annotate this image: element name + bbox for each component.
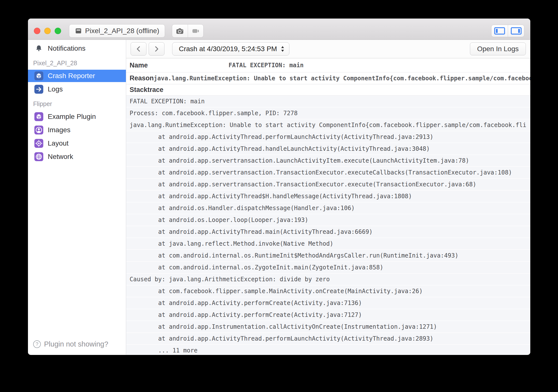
stacktrace-line: at android.app.ActivityThread.main(Activ…: [126, 226, 530, 238]
name-label: Name: [130, 62, 148, 69]
stacktrace-line: at android.os.Handler.dispatchMessage(Ha…: [126, 202, 530, 214]
stacktrace-line: at android.app.ActivityThread.performLau…: [126, 333, 530, 345]
toggle-left-sidebar-button[interactable]: [491, 25, 508, 37]
sidebar-item-images[interactable]: Images: [28, 124, 126, 136]
stacktrace-line: at android.app.Activity.performCreate(Ac…: [126, 297, 530, 309]
open-in-logs-button[interactable]: Open In Logs: [470, 43, 526, 55]
profile-icon: [34, 126, 43, 134]
panel-toggles: [491, 25, 524, 37]
chevron-left-icon: [136, 45, 141, 53]
stacktrace-line: at android.app.servertransaction.Transac…: [126, 167, 530, 179]
stacktrace-line: at android.os.Looper.loop(Looper.java:19…: [126, 214, 530, 226]
sidebar-item-notifications[interactable]: Notifications: [28, 42, 126, 55]
stacktrace-line: at com.android.internal.os.ZygoteInit.ma…: [126, 262, 530, 274]
sidebar-item-label: Layout: [48, 139, 69, 147]
crash-reason-value: java.lang.RuntimeException: Unable to st…: [154, 75, 530, 82]
camera-icon: [176, 27, 184, 35]
main-panel: Crash at 4/30/2019, 5:24:53 PM Open In L…: [126, 40, 530, 355]
stacktrace-label: Stacktrace: [130, 86, 163, 94]
bell-icon: [34, 44, 43, 53]
left-sidebar-icon: [494, 27, 505, 35]
sidebar-section-device: Pixel_2_API_28: [28, 55, 126, 69]
stacktrace-line: java.lang.RuntimeException: Unable to st…: [126, 119, 530, 131]
sidebar-item-label: Logs: [48, 85, 63, 93]
plugin-sidebar: Notifications Pixel_2_API_28 Crash Repor…: [28, 40, 126, 355]
sidebar-item-label: Notifications: [48, 44, 86, 52]
plugin-not-showing-link[interactable]: ? Plugin not showing?: [28, 340, 126, 355]
cube-icon: [34, 71, 43, 80]
arrow-right-icon: [34, 85, 43, 94]
dropdown-spinner-icon: [280, 45, 285, 53]
screen-record-button[interactable]: [188, 24, 203, 37]
app-body: Notifications Pixel_2_API_28 Crash Repor…: [28, 40, 530, 355]
stacktrace-line: at android.app.ActivityThread.handleLaun…: [126, 143, 530, 155]
previous-crash-button[interactable]: [131, 42, 146, 56]
crash-selector-value: Crash at 4/30/2019, 5:24:53 PM: [179, 45, 277, 53]
titlebar: Pixel_2_API_28 (offline): [28, 19, 530, 40]
sidebar-item-network[interactable]: Network: [28, 151, 126, 163]
stacktrace-line: Caused by: java.lang.ArithmeticException…: [126, 274, 530, 285]
close-button[interactable]: [34, 28, 40, 34]
stacktrace-line: at com.android.internal.os.RuntimeInit$M…: [126, 250, 530, 262]
sidebar-item-crash-reporter[interactable]: Crash Reporter: [28, 70, 126, 82]
target-icon: [34, 139, 43, 148]
open-in-logs-label: Open In Logs: [477, 45, 519, 53]
window-controls: [34, 28, 61, 34]
crash-name-row: Name FATAL EXCEPTION: main: [126, 58, 530, 72]
sidebar-item-layout[interactable]: Layout: [28, 137, 126, 150]
sidebar-item-logs[interactable]: Logs: [28, 83, 126, 95]
crash-selector-dropdown[interactable]: Crash at 4/30/2019, 5:24:53 PM: [172, 42, 289, 56]
flipper-window: Pixel_2_API_28 (offline): [28, 19, 530, 355]
stacktrace-line: at android.app.servertransaction.Transac…: [126, 179, 530, 191]
device-selector-button[interactable]: Pixel_2_API_28 (offline): [69, 24, 165, 38]
sidebar-item-label: Network: [48, 153, 73, 161]
sidebar-item-label: Images: [48, 126, 70, 134]
stacktrace-header-row: Stacktrace: [126, 84, 530, 96]
globe-icon: [34, 152, 43, 161]
sidebar-item-label: Example Plugin: [48, 113, 96, 121]
stacktrace-line: at com.facebook.flipper.sample.MainActiv…: [126, 285, 530, 297]
device-icon: [75, 27, 82, 35]
toggle-right-sidebar-button[interactable]: [508, 25, 524, 37]
crash-toolbar: Crash at 4/30/2019, 5:24:53 PM Open In L…: [126, 40, 530, 58]
stacktrace-line: at android.app.ActivityThread$H.handleMe…: [126, 191, 530, 202]
crash-reason-row: Reason java.lang.RuntimeException: Unabl…: [126, 72, 530, 84]
sidebar-item-example-plugin[interactable]: Example Plugin: [28, 110, 126, 123]
reason-label: Reason: [130, 74, 154, 82]
minimize-button[interactable]: [44, 28, 51, 34]
cube-icon: [34, 112, 43, 121]
screenshot-button[interactable]: [172, 24, 188, 37]
stacktrace-line: Process: com.facebook.flipper.sample, PI…: [126, 108, 530, 119]
stacktrace-line: ... 11 more: [126, 345, 530, 355]
sidebar-item-label: Crash Reporter: [48, 72, 95, 80]
plugin-not-showing-label: Plugin not showing?: [44, 340, 108, 348]
stacktrace-line: at java.lang.reflect.Method.invoke(Nativ…: [126, 238, 530, 250]
device-selector-label: Pixel_2_API_28 (offline): [85, 27, 159, 35]
crash-name-value: FATAL EXCEPTION: main: [229, 62, 303, 69]
question-icon: ?: [33, 340, 41, 348]
stacktrace-line: at android.app.servertransaction.LaunchA…: [126, 155, 530, 167]
stacktrace-line: at android.app.ActivityThread.performLau…: [126, 131, 530, 143]
stacktrace-line: at android.app.Instrumentation.callActiv…: [126, 321, 530, 333]
capture-controls: [172, 24, 204, 38]
right-sidebar-icon: [511, 27, 522, 35]
chevron-right-icon: [154, 45, 160, 53]
crash-detail-table[interactable]: Name FATAL EXCEPTION: main Reason java.l…: [126, 58, 530, 355]
zoom-button[interactable]: [55, 28, 61, 34]
stacktrace-line: FATAL EXCEPTION: main: [126, 96, 530, 108]
stacktrace-line: at android.app.Activity.performCreate(Ac…: [126, 309, 530, 321]
video-camera-icon: [191, 27, 200, 35]
next-crash-button[interactable]: [149, 42, 164, 56]
sidebar-section-flipper: Flipper: [28, 96, 126, 110]
